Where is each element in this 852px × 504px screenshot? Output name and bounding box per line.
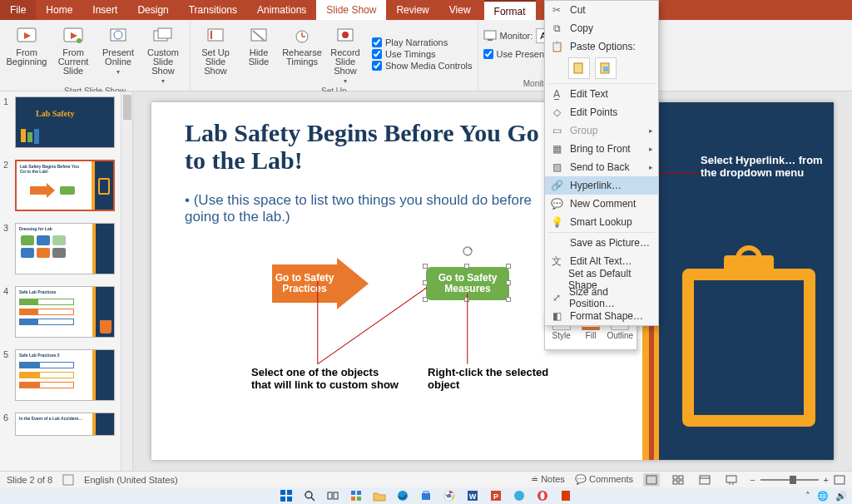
office-icon[interactable] bbox=[559, 489, 572, 502]
svg-rect-28 bbox=[673, 476, 677, 479]
tab-format[interactable]: Format bbox=[484, 0, 536, 20]
tray-volume-icon[interactable]: 🔊 bbox=[835, 491, 847, 502]
zoom-out-icon[interactable]: − bbox=[750, 475, 755, 485]
start-button[interactable] bbox=[280, 489, 293, 502]
svg-rect-31 bbox=[679, 481, 683, 484]
svg-rect-45 bbox=[334, 492, 338, 499]
thumb-1[interactable]: 1 Lab Safety bbox=[3, 96, 129, 148]
tab-home[interactable]: Home bbox=[36, 0, 82, 20]
thumb-6[interactable]: 6 In the Event of a Lab Accident… bbox=[3, 413, 129, 436]
present-online-button[interactable]: Present Online▾ bbox=[98, 23, 138, 85]
arrow-shape[interactable]: Go to Safety Practices bbox=[272, 258, 372, 309]
ctx-smart-lookup[interactable]: 💡Smart Lookup bbox=[545, 213, 658, 231]
tab-transitions[interactable]: Transitions bbox=[179, 0, 247, 20]
ctx-group: ▭Group▸ bbox=[545, 121, 658, 140]
ctx-cut[interactable]: ✂Cut bbox=[545, 1, 658, 19]
play-narrations-check[interactable]: Play Narrations bbox=[372, 37, 473, 48]
setup-slideshow-button[interactable]: Set Up Slide Show bbox=[196, 23, 235, 85]
slide-bullet[interactable]: • (Use this space to list two things you… bbox=[185, 192, 534, 225]
ctx-hyperlink[interactable]: 🔗Hyperlink… bbox=[545, 176, 658, 195]
slide-area[interactable]: Lab Safety Begins Before You Go to the L… bbox=[133, 91, 852, 471]
hide-slide-button[interactable]: Hide Slide bbox=[239, 23, 279, 85]
widgets-icon[interactable] bbox=[349, 489, 363, 502]
tab-file[interactable]: File bbox=[0, 0, 36, 20]
thumb-5[interactable]: 5 Safe Lab Practices 2 bbox=[3, 349, 129, 401]
tab-insert[interactable]: Insert bbox=[82, 0, 127, 20]
task-view-icon[interactable] bbox=[326, 489, 339, 502]
taskbar: W P ˄ 🌐 🔊 bbox=[0, 487, 852, 504]
bring-front-icon: ▦ bbox=[550, 142, 563, 156]
thumb-3[interactable]: 3 Dressing for Lab bbox=[3, 223, 129, 274]
chrome-icon[interactable] bbox=[443, 489, 456, 502]
tab-slideshow[interactable]: Slide Show bbox=[316, 0, 386, 20]
tab-design[interactable]: Design bbox=[127, 0, 178, 20]
svg-point-42 bbox=[305, 492, 312, 498]
ctx-send-back[interactable]: ▨Send to Back▸ bbox=[545, 158, 658, 176]
play-from-current-icon bbox=[62, 25, 85, 47]
custom-slideshow-button[interactable]: Custom Slide Show▾ bbox=[141, 23, 185, 85]
svg-line-43 bbox=[311, 497, 315, 501]
fit-window-icon[interactable] bbox=[834, 475, 845, 485]
annotation-select-object: Select one of the objects that will link… bbox=[251, 367, 401, 392]
tray-chevron-icon[interactable]: ˄ bbox=[805, 491, 810, 502]
use-timings-check[interactable]: Use Timings bbox=[372, 48, 473, 60]
slideshow-view-button[interactable] bbox=[723, 473, 740, 487]
svg-rect-19 bbox=[484, 31, 496, 39]
zoom-in-icon[interactable]: + bbox=[824, 475, 829, 485]
language-indicator[interactable]: English (United States) bbox=[84, 475, 178, 485]
slide-indicator[interactable]: Slide 2 of 8 bbox=[7, 475, 52, 485]
ctx-new-comment[interactable]: 💬New Comment bbox=[545, 195, 658, 213]
svg-rect-34 bbox=[726, 476, 736, 482]
ctx-edit-points[interactable]: ◇Edit Points bbox=[545, 103, 658, 121]
monitor-icon bbox=[483, 30, 497, 42]
size-icon: ⤢ bbox=[550, 291, 562, 304]
opera-icon[interactable] bbox=[536, 489, 549, 502]
tray-network-icon[interactable]: 🌐 bbox=[817, 491, 829, 502]
ctx-copy[interactable]: ⧉Copy bbox=[545, 19, 658, 37]
rehearse-icon bbox=[290, 25, 314, 47]
svg-rect-37 bbox=[835, 476, 845, 484]
tab-review[interactable]: Review bbox=[386, 0, 438, 20]
paste-picture-button[interactable] bbox=[595, 57, 617, 79]
explorer-icon[interactable] bbox=[373, 489, 386, 502]
slide-title[interactable]: Lab Safety Begins Before You Go to the L… bbox=[185, 119, 551, 174]
record-slideshow-button[interactable]: Record Slide Show▾ bbox=[325, 23, 365, 85]
from-current-button[interactable]: From Current Slide bbox=[52, 23, 95, 85]
context-menu: ✂Cut ⧉Copy 📋Paste Options: A̲Edit Text ◇… bbox=[544, 0, 659, 326]
copy-icon: ⧉ bbox=[550, 22, 563, 35]
annotation-right-click: Right-click the selected object bbox=[428, 367, 561, 392]
ctx-size-position[interactable]: ⤢Size and Position… bbox=[545, 289, 658, 307]
edge-icon[interactable] bbox=[396, 489, 409, 502]
paste-keep-source-button[interactable] bbox=[568, 57, 590, 79]
show-media-check[interactable]: Show Media Controls bbox=[372, 60, 473, 72]
reading-view-button[interactable] bbox=[696, 473, 713, 487]
rotate-handle-icon[interactable] bbox=[462, 245, 473, 257]
from-beginning-button[interactable]: From Beginning bbox=[5, 23, 48, 85]
thumb-scrollbar[interactable] bbox=[121, 91, 132, 471]
spellcheck-icon[interactable] bbox=[62, 474, 74, 486]
svg-rect-11 bbox=[208, 29, 223, 41]
ctx-save-picture[interactable]: Save as Picture… bbox=[545, 234, 658, 252]
taskbar-search-icon[interactable] bbox=[303, 489, 316, 502]
normal-view-button[interactable] bbox=[643, 473, 660, 487]
notes-button[interactable]: ≐ Notes bbox=[531, 474, 565, 485]
tab-view[interactable]: View bbox=[439, 0, 481, 20]
zoom-control[interactable]: − + bbox=[750, 475, 845, 485]
tab-animations[interactable]: Animations bbox=[247, 0, 316, 20]
zoom-slider[interactable] bbox=[760, 479, 819, 481]
thumb-2[interactable]: 2 Lab Safety Begins Before You Go to the… bbox=[3, 160, 129, 211]
thumbnail-panel[interactable]: 1 Lab Safety 2 Lab Safety Begins Before … bbox=[0, 91, 133, 471]
comments-button[interactable]: 💬 Comments bbox=[575, 474, 633, 485]
thumb-4[interactable]: 4 Safe Lab Practices bbox=[3, 286, 129, 338]
system-tray[interactable]: ˄ 🌐 🔊 bbox=[805, 491, 847, 502]
sorter-view-button[interactable] bbox=[670, 473, 686, 487]
ctx-edit-text[interactable]: A̲Edit Text bbox=[545, 85, 658, 103]
ctx-bring-front[interactable]: ▦Bring to Front▸ bbox=[545, 140, 658, 158]
app-blue-icon[interactable] bbox=[513, 489, 526, 502]
word-icon[interactable]: W bbox=[466, 489, 479, 502]
rehearse-timings-button[interactable]: Rehearse Timings bbox=[282, 23, 322, 85]
powerpoint-icon[interactable]: P bbox=[489, 489, 503, 502]
record-icon bbox=[334, 25, 357, 47]
ctx-format-shape[interactable]: ◧Format Shape… bbox=[545, 307, 658, 325]
store-icon[interactable] bbox=[419, 489, 433, 502]
